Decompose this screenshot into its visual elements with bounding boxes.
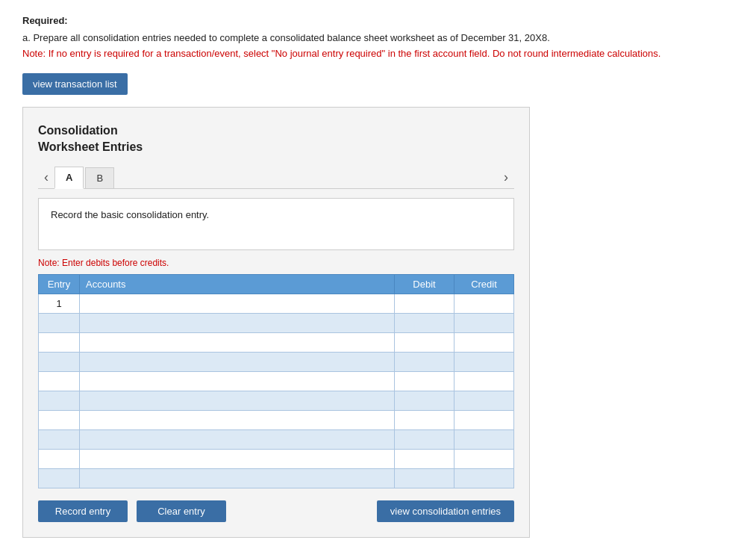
- entry-number-cell: [39, 430, 80, 450]
- entry-number-cell: [39, 353, 80, 372]
- credit-cell[interactable]: [454, 372, 514, 391]
- entry-number-cell: [39, 450, 80, 469]
- debit-input[interactable]: [395, 391, 454, 410]
- table-row: [39, 450, 514, 469]
- debit-input[interactable]: [395, 333, 454, 352]
- debit-cell[interactable]: [395, 450, 454, 469]
- debit-input[interactable]: [395, 353, 454, 371]
- credit-cell[interactable]: [454, 314, 514, 333]
- entry-number-cell: [39, 411, 80, 430]
- account-input[interactable]: [80, 450, 394, 468]
- entry-number-cell: [39, 333, 80, 353]
- credit-input[interactable]: [454, 294, 513, 313]
- debit-cell[interactable]: [395, 372, 454, 391]
- credit-input[interactable]: [454, 391, 513, 410]
- table-row: 1: [39, 294, 514, 314]
- credit-input[interactable]: [454, 314, 513, 332]
- table-row: [39, 391, 514, 411]
- table-row: [39, 353, 514, 372]
- debit-input[interactable]: [395, 469, 454, 488]
- debit-input[interactable]: [395, 430, 454, 449]
- entry-number-cell: [39, 314, 80, 333]
- header-credit: Credit: [454, 275, 514, 294]
- entry-number-cell: [39, 469, 80, 488]
- debit-input[interactable]: [395, 411, 454, 429]
- view-consolidation-button[interactable]: view consolidation entries: [377, 500, 514, 522]
- table-row: [39, 314, 514, 333]
- header-accounts: Accounts: [80, 275, 395, 294]
- debit-cell[interactable]: [395, 333, 454, 353]
- credit-input[interactable]: [454, 372, 513, 391]
- debit-input[interactable]: [395, 314, 454, 332]
- instruction-note: Note: If no entry is required for a tran…: [22, 46, 734, 61]
- debit-cell[interactable]: [395, 430, 454, 450]
- tab-next-arrow[interactable]: ›: [498, 167, 514, 188]
- account-cell[interactable]: [80, 450, 395, 469]
- description-box: Record the basic consolidation entry.: [38, 198, 514, 250]
- account-cell[interactable]: [80, 469, 395, 488]
- credit-cell[interactable]: [454, 294, 514, 314]
- debit-input[interactable]: [395, 372, 454, 391]
- credit-input[interactable]: [454, 353, 513, 371]
- account-cell[interactable]: [80, 314, 395, 333]
- account-cell[interactable]: [80, 353, 395, 372]
- description-text: Record the basic consolidation entry.: [51, 209, 209, 220]
- credit-cell[interactable]: [454, 450, 514, 469]
- credit-input[interactable]: [454, 430, 513, 449]
- bottom-buttons: Record entry Clear entry view consolidat…: [38, 500, 514, 522]
- table-row: [39, 372, 514, 391]
- record-entry-button[interactable]: Record entry: [38, 500, 128, 522]
- header-debit: Debit: [395, 275, 454, 294]
- worksheet-container: Consolidation Worksheet Entries ‹ A B › …: [22, 107, 530, 539]
- account-input[interactable]: [80, 469, 394, 488]
- tabs-row: ‹ A B ›: [38, 166, 514, 189]
- credit-input[interactable]: [454, 469, 513, 488]
- worksheet-title: Consolidation Worksheet Entries: [38, 122, 514, 156]
- account-input[interactable]: [80, 391, 394, 410]
- account-cell[interactable]: [80, 391, 395, 411]
- debit-cell[interactable]: [395, 314, 454, 333]
- debit-cell[interactable]: [395, 294, 454, 314]
- account-input[interactable]: [80, 314, 394, 332]
- debit-cell[interactable]: [395, 353, 454, 372]
- credit-cell[interactable]: [454, 411, 514, 430]
- credit-input[interactable]: [454, 333, 513, 352]
- tab-b[interactable]: B: [85, 167, 114, 188]
- credit-cell[interactable]: [454, 333, 514, 353]
- credit-cell[interactable]: [454, 469, 514, 488]
- entry-number-cell: [39, 372, 80, 391]
- credit-cell[interactable]: [454, 353, 514, 372]
- account-input[interactable]: [80, 411, 394, 429]
- credit-cell[interactable]: [454, 391, 514, 411]
- account-cell[interactable]: [80, 411, 395, 430]
- debit-input[interactable]: [395, 450, 454, 468]
- credit-input[interactable]: [454, 411, 513, 429]
- debits-note: Note: Enter debits before credits.: [38, 258, 514, 268]
- table-row: [39, 333, 514, 353]
- debit-input[interactable]: [395, 294, 454, 313]
- account-input[interactable]: [80, 353, 394, 371]
- account-input[interactable]: [80, 333, 394, 352]
- table-row: [39, 411, 514, 430]
- table-row: [39, 469, 514, 488]
- account-cell[interactable]: [80, 372, 395, 391]
- view-transaction-button[interactable]: view transaction list: [22, 73, 128, 95]
- entry-number-cell: 1: [39, 294, 80, 314]
- debit-cell[interactable]: [395, 391, 454, 411]
- entry-number-cell: [39, 391, 80, 411]
- account-cell[interactable]: [80, 333, 395, 353]
- header-entry: Entry: [39, 275, 80, 294]
- debit-cell[interactable]: [395, 469, 454, 488]
- tab-prev-arrow[interactable]: ‹: [38, 167, 54, 188]
- credit-cell[interactable]: [454, 430, 514, 450]
- debit-cell[interactable]: [395, 411, 454, 430]
- tab-a[interactable]: A: [54, 167, 84, 189]
- account-cell[interactable]: [80, 294, 395, 314]
- credit-input[interactable]: [454, 450, 513, 468]
- account-input[interactable]: [80, 372, 394, 391]
- instruction-part-a: a. Prepare all consolidation entries nee…: [22, 32, 734, 43]
- account-input[interactable]: [80, 430, 394, 449]
- clear-entry-button[interactable]: Clear entry: [137, 500, 226, 522]
- account-input[interactable]: [80, 294, 394, 313]
- account-cell[interactable]: [80, 430, 395, 450]
